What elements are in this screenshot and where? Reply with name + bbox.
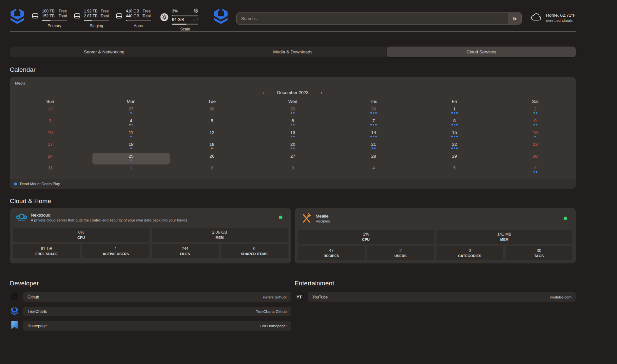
tab-cloud-services[interactable]: Cloud Services <box>387 47 576 57</box>
resource-widget-staging: 1.92 TBFree 2.87 TBTotal Staging <box>73 9 109 28</box>
calendar-day[interactable]: 29 <box>252 105 333 117</box>
calendar-day[interactable]: 14 <box>333 129 414 141</box>
calendar-legend: Dead Mount Death Play <box>10 179 576 189</box>
stat-label: CPU <box>362 238 370 241</box>
calendar-day[interactable]: 28 <box>171 105 252 117</box>
stat-files: 244 FILES <box>152 244 219 258</box>
calendar-card: Media ‹ December 2023 › Sun Mon Tue Wed … <box>10 77 576 189</box>
link-github[interactable]: Github Here's Github! <box>23 292 291 302</box>
page-content: 100 TBFree 152 TBTotal Primary 1.92 TBFr… <box>10 0 576 331</box>
stat-label: TAGS <box>534 254 544 258</box>
calendar-day[interactable]: 2 <box>495 105 576 117</box>
calendar-day[interactable]: 18 <box>91 141 172 153</box>
calendar-day[interactable]: 4 <box>333 164 414 176</box>
stat-free-space: 91 TiB FREE SPACE <box>13 244 80 258</box>
calendar-day[interactable]: 2 <box>171 164 252 176</box>
calendar-day[interactable]: 15 <box>414 129 495 141</box>
calendar-day[interactable]: 5 <box>171 117 252 129</box>
app-card-mealie[interactable]: Mealie Recipies 2% CPU 141 MB MEM 47 REC… <box>295 208 576 263</box>
status-dot <box>279 216 282 219</box>
developer-section: Developer Github Here's Github! TrueChar… <box>10 263 291 331</box>
calendar-day[interactable]: 28 <box>333 153 414 164</box>
link-homepage[interactable]: Homepage Edit Homepage! <box>23 321 291 331</box>
calendar-day[interactable]: 19 <box>171 141 252 153</box>
calendar-day[interactable]: 20 <box>252 141 333 153</box>
day-header-fri: Fri <box>414 99 495 104</box>
calendar-next-button[interactable]: › <box>321 90 323 95</box>
calendar-day[interactable]: 3 <box>10 117 91 129</box>
calendar-day[interactable]: 22 <box>414 141 495 153</box>
calendar-day[interactable]: 31 <box>10 164 91 176</box>
bing-search-button[interactable]: b <box>508 13 521 24</box>
calendar-day-headers: Sun Mon Tue Wed Thu Fri Sat <box>10 99 576 104</box>
cloud-icon <box>530 12 542 23</box>
calendar-day[interactable]: 5 <box>414 164 495 176</box>
stat-label: MEM <box>500 238 509 241</box>
calendar-day[interactable]: 7 <box>333 117 414 129</box>
truecharts-logo-icon <box>10 8 25 25</box>
tab-media-downloads[interactable]: Media & Downloads <box>199 47 387 57</box>
day-header-wed: Wed <box>252 99 333 104</box>
developer-section-title: Developer <box>10 280 291 287</box>
free-value: 100 TB <box>42 9 54 14</box>
calendar-tab-media[interactable]: Media <box>10 77 30 85</box>
tabs-bar: Server & Networking Media & Downloads Cl… <box>10 47 576 57</box>
calendar-day[interactable]: 17 <box>10 141 91 153</box>
calendar-day[interactable]: 27 <box>252 153 333 164</box>
stat-label: MEM <box>216 236 224 239</box>
calendar-day[interactable]: 3 <box>252 164 333 176</box>
scale-cpu-bar <box>172 15 198 16</box>
stat-value: 2% <box>363 232 369 237</box>
link-youtube[interactable]: YouTube youtube.com <box>308 292 576 302</box>
calendar-day[interactable]: 24 <box>10 153 91 164</box>
legend-label: Dead Mount Death Play <box>20 182 60 186</box>
day-header-sat: Sat <box>495 99 576 104</box>
total-value: 440 GB <box>126 14 139 19</box>
calendar-day[interactable]: 6 <box>252 117 333 129</box>
calendar-day[interactable]: 11 <box>91 129 172 141</box>
calendar-day[interactable]: 16 <box>495 129 576 141</box>
stat-cpu: 2% CPU <box>298 230 434 244</box>
calendar-day[interactable]: 8 <box>414 117 495 129</box>
link-label: Homepage <box>28 324 47 328</box>
calendar-section-title: Calendar <box>10 66 576 73</box>
calendar-prev-button[interactable]: ‹ <box>263 90 265 95</box>
calendar-day[interactable]: 4 <box>91 117 172 129</box>
calendar-day[interactable]: 12 <box>171 129 252 141</box>
calendar-day[interactable]: 13 <box>252 129 333 141</box>
usage-bar <box>84 20 109 21</box>
calendar-week: 26 27 28 29 30 <box>10 105 576 117</box>
calendar-day[interactable]: 29 <box>414 153 495 164</box>
calendar-day[interactable]: 25 <box>91 153 172 164</box>
memory-icon <box>193 17 198 23</box>
calendar-day[interactable]: 23 <box>495 141 576 153</box>
github-icon <box>10 292 19 302</box>
calendar-day[interactable]: 1 <box>91 164 172 176</box>
calendar-day[interactable]: 1 <box>414 105 495 117</box>
calendar-day[interactable]: 21 <box>333 141 414 153</box>
resource-widget-label: Apps <box>126 24 151 28</box>
calendar-day[interactable]: 9 <box>495 117 576 129</box>
stat-mem: 141 MB MEM <box>436 230 573 244</box>
day-header-tue: Tue <box>171 99 252 104</box>
link-truecharts[interactable]: TrueCharts TrueCharts Github <box>23 307 291 316</box>
weather-widget[interactable]: Home, 62.71°F overcast clouds <box>530 12 576 23</box>
svg-text:Nextcloud: Nextcloud <box>18 220 25 221</box>
homepage-icon <box>11 321 18 331</box>
calendar-day[interactable]: 30 <box>495 153 576 164</box>
stat-value: 0 <box>469 248 471 253</box>
calendar-day[interactable]: 10 <box>10 129 91 141</box>
app-card-nextcloud[interactable]: Nextcloud Nextcloud A private cloud serv… <box>10 208 291 263</box>
calendar-day[interactable]: 30 <box>333 105 414 117</box>
resource-widget-label: Staging <box>84 24 109 28</box>
calendar-month-title: December 2023 <box>277 90 308 95</box>
calendar-day[interactable]: 6 <box>495 164 576 176</box>
calendar-day[interactable]: 27 <box>91 105 172 117</box>
stat-value: 2.06 GB <box>212 230 227 235</box>
search-input[interactable] <box>237 13 508 24</box>
stat-users: 2 USERS <box>367 246 434 260</box>
calendar-day[interactable]: 26 <box>10 105 91 117</box>
tab-server-networking[interactable]: Server & Networking <box>10 47 199 57</box>
link-label: TrueCharts <box>28 309 47 314</box>
calendar-day[interactable]: 26 <box>171 153 252 164</box>
